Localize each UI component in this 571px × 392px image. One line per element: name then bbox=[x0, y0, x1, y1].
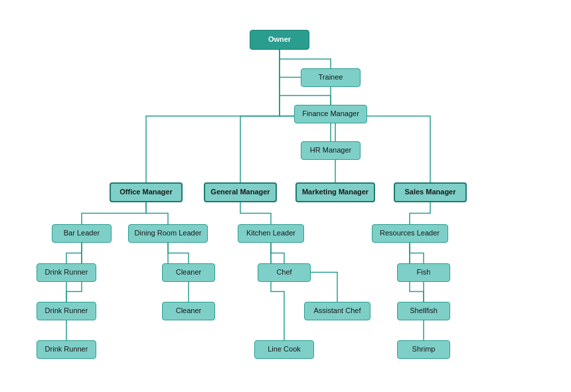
connector-bar_leader-drink_runner1 bbox=[66, 243, 82, 263]
connector-owner-trainee bbox=[280, 50, 331, 68]
node-resources_leader: Resources Leader bbox=[372, 224, 448, 243]
node-drink_runner1: Drink Runner bbox=[37, 263, 96, 282]
node-assistant_chef: Assistant Chef bbox=[304, 302, 370, 320]
node-cleaner1: Cleaner bbox=[162, 263, 215, 282]
connector-owner-general_manager bbox=[240, 50, 280, 182]
node-shrimp: Shrimp bbox=[397, 340, 450, 359]
node-hr_manager: HR Manager bbox=[301, 141, 361, 160]
connector-resources_leader-shrimp bbox=[410, 243, 424, 340]
node-bar_leader: Bar Leader bbox=[52, 224, 112, 243]
connector-kitchen_leader-line_cook bbox=[271, 243, 284, 340]
node-shellfish: Shellfish bbox=[397, 302, 450, 320]
connector-sales_manager-resources_leader bbox=[410, 202, 430, 224]
node-line_cook: Line Cook bbox=[254, 340, 314, 359]
connector-bar_leader-drink_runner3 bbox=[66, 243, 82, 340]
connector-dining_room_leader-cleaner1 bbox=[168, 243, 189, 263]
node-chef: Chef bbox=[258, 263, 311, 282]
connector-resources_leader-fish bbox=[410, 243, 424, 263]
node-fish: Fish bbox=[397, 263, 450, 282]
node-cleaner2: Cleaner bbox=[162, 302, 215, 320]
node-dining_room_leader: Dining Room Leader bbox=[128, 224, 208, 243]
connector-office_manager-bar_leader bbox=[82, 202, 146, 224]
node-office_manager: Office Manager bbox=[110, 182, 183, 202]
node-marketing_manager: Marketing Manager bbox=[295, 182, 375, 202]
node-owner: Owner bbox=[250, 30, 309, 50]
node-drink_runner2: Drink Runner bbox=[37, 302, 96, 320]
node-drink_runner3: Drink Runner bbox=[37, 340, 96, 359]
org-chart: OwnerTraineeFinance ManagerHR ManagerOff… bbox=[0, 0, 571, 392]
connector-general_manager-kitchen_leader bbox=[240, 202, 271, 224]
connector-owner-office_manager bbox=[146, 50, 280, 182]
connector-office_manager-dining_room_leader bbox=[146, 202, 168, 224]
node-kitchen_leader: Kitchen Leader bbox=[238, 224, 304, 243]
node-sales_manager: Sales Manager bbox=[394, 182, 467, 202]
node-general_manager: General Manager bbox=[204, 182, 277, 202]
node-trainee: Trainee bbox=[301, 68, 361, 87]
node-finance_manager: Finance Manager bbox=[294, 105, 367, 123]
connector-kitchen_leader-chef bbox=[271, 243, 284, 263]
connector-owner-hr_manager bbox=[280, 50, 331, 141]
